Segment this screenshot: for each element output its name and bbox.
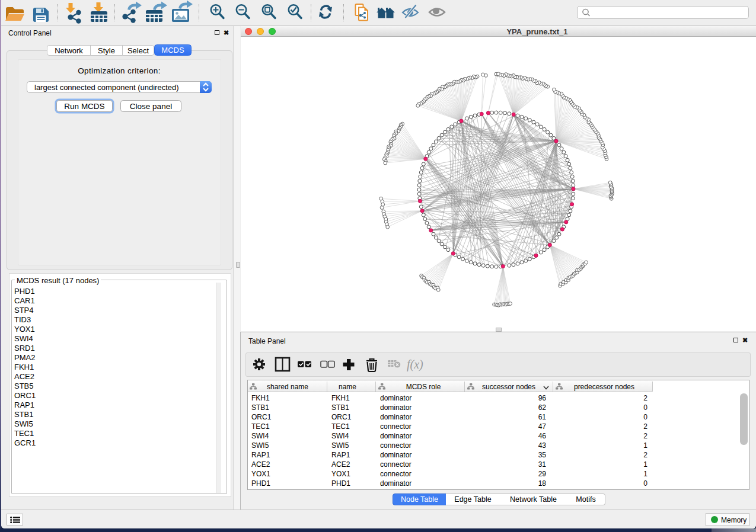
svg-text:f(x): f(x) — [407, 358, 423, 371]
